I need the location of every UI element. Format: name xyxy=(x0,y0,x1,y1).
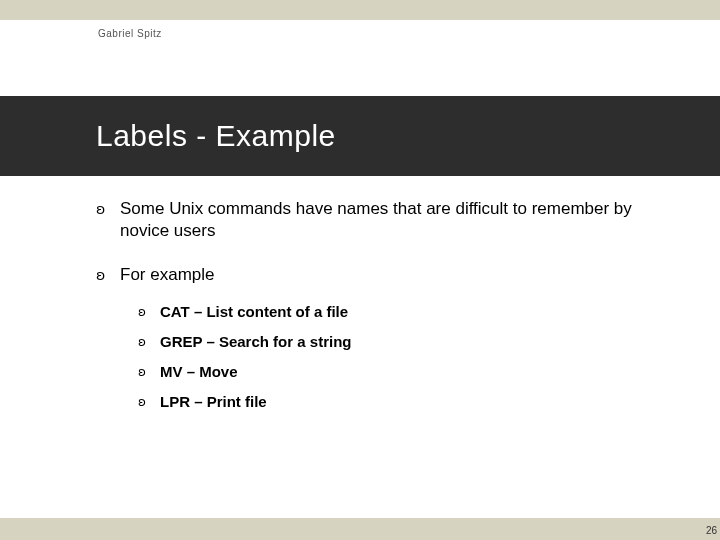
bullet-item: ʚ For example xyxy=(96,264,660,286)
bullet-item: ʚ Some Unix commands have names that are… xyxy=(96,198,660,242)
page-number: 26 xyxy=(706,525,717,536)
bullet-icon: ʚ xyxy=(138,392,160,412)
bottom-accent-bar xyxy=(0,518,720,540)
bullet-icon: ʚ xyxy=(96,198,120,242)
sub-bullet-text: CAT – List content of a file xyxy=(160,302,348,322)
title-band: Labels - Example xyxy=(0,96,720,176)
bullet-icon: ʚ xyxy=(138,302,160,322)
author-name: Gabriel Spitz xyxy=(98,28,162,39)
sub-bullet-list: ʚ CAT – List content of a file ʚ GREP – … xyxy=(138,302,660,412)
sub-bullet-item: ʚ MV – Move xyxy=(138,362,660,382)
sub-bullet-item: ʚ LPR – Print file xyxy=(138,392,660,412)
sub-bullet-item: ʚ GREP – Search for a string xyxy=(138,332,660,352)
top-accent-bar xyxy=(0,0,720,20)
slide: Gabriel Spitz Labels - Example ʚ Some Un… xyxy=(0,0,720,540)
sub-bullet-text: LPR – Print file xyxy=(160,392,267,412)
sub-bullet-text: MV – Move xyxy=(160,362,238,382)
bullet-text: Some Unix commands have names that are d… xyxy=(120,198,660,242)
sub-bullet-text: GREP – Search for a string xyxy=(160,332,351,352)
bullet-text: For example xyxy=(120,264,214,286)
bullet-icon: ʚ xyxy=(138,332,160,352)
bullet-icon: ʚ xyxy=(96,264,120,286)
sub-bullet-item: ʚ CAT – List content of a file xyxy=(138,302,660,322)
bullet-icon: ʚ xyxy=(138,362,160,382)
slide-title: Labels - Example xyxy=(96,119,336,153)
slide-body: ʚ Some Unix commands have names that are… xyxy=(96,198,660,422)
